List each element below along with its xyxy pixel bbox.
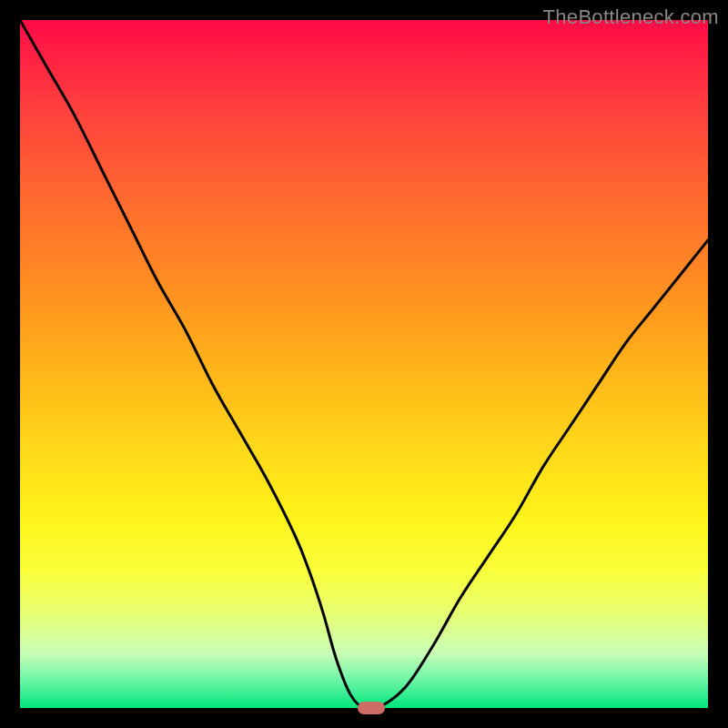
- optimal-point-marker: [358, 702, 385, 714]
- watermark-text: TheBottleneck.com: [543, 5, 719, 29]
- chart-frame: TheBottleneck.com: [0, 0, 728, 728]
- chart-plot-area: [20, 20, 708, 708]
- bottleneck-curve: [20, 20, 708, 708]
